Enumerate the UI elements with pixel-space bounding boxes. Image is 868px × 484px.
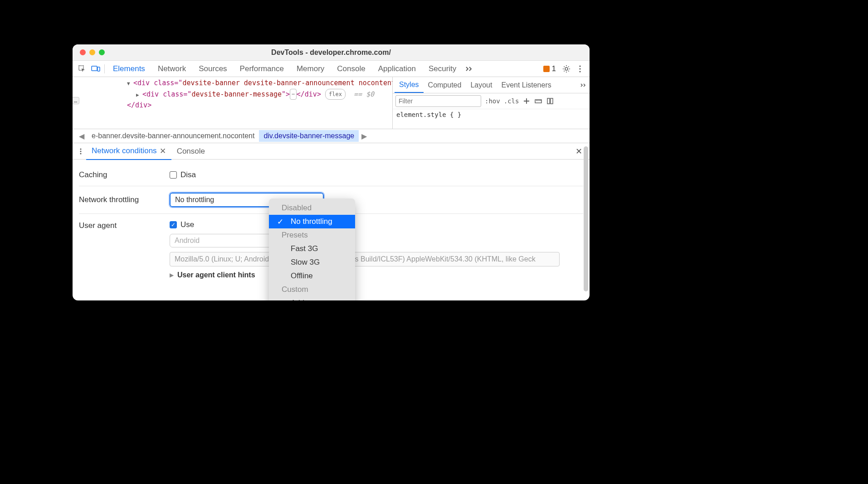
ua-string-input[interactable] <box>170 252 560 266</box>
element-style-block[interactable]: element.style { } <box>393 109 590 120</box>
disclosure-triangle-icon: ▶ <box>170 272 174 278</box>
tab-computed[interactable]: Computed <box>424 78 466 92</box>
tab-performance[interactable]: Performance <box>234 61 290 77</box>
drawer-tabs: Network conditions ✕ Console ✕ <box>73 143 590 160</box>
inspect-element-icon[interactable] <box>75 62 89 76</box>
ruler-icon[interactable] <box>534 97 542 105</box>
titlebar: DevTools - developer.chrome.com/ <box>73 44 590 61</box>
close-window-button[interactable] <box>80 49 86 55</box>
hov-toggle[interactable]: :hov <box>485 97 500 105</box>
dropdown-item-slow-3g[interactable]: Slow 3G <box>269 256 355 269</box>
dom-node[interactable]: ▶<div class="devsite-banner-message">⋯</… <box>127 89 392 100</box>
tab-styles[interactable]: Styles <box>395 77 424 93</box>
use-default-ua-checkbox[interactable]: ✓ <box>170 221 177 228</box>
svg-point-3 <box>565 68 568 70</box>
svg-point-12 <box>80 153 82 154</box>
breadcrumb: ◀ e-banner.devsite-banner-announcement.n… <box>73 129 590 143</box>
dropdown-item-fast-3g[interactable]: Fast 3G <box>269 242 355 256</box>
flex-editor-icon[interactable] <box>546 97 554 105</box>
dropdown-group-custom: Custom <box>269 283 355 296</box>
svg-rect-8 <box>547 98 550 104</box>
svg-point-10 <box>80 148 82 150</box>
svg-rect-9 <box>551 98 553 104</box>
caching-row: Caching Disa <box>79 164 583 186</box>
styles-toolbar: :hov .cls <box>393 93 590 109</box>
issues-badge[interactable]: 1 <box>540 64 560 73</box>
tab-network[interactable]: Network <box>151 61 192 77</box>
breadcrumb-next-icon[interactable]: ▶ <box>359 132 370 140</box>
elements-tree[interactable]: … ▼<div class="devsite-banner devsite-ba… <box>73 77 392 129</box>
tab-event-listeners[interactable]: Event Listeners <box>497 78 556 92</box>
dropdown-item-add[interactable]: Add… <box>269 296 355 300</box>
svg-rect-2 <box>98 67 100 71</box>
console-ref: == $0 <box>354 90 374 98</box>
caching-label: Caching <box>79 170 170 179</box>
drawer-tab-network-conditions[interactable]: Network conditions ✕ <box>86 143 171 160</box>
client-hints-label: User agent client hints <box>177 271 255 279</box>
flex-badge[interactable]: flex <box>325 89 346 100</box>
tab-sources[interactable]: Sources <box>192 61 233 77</box>
styles-filter-input[interactable] <box>395 95 481 107</box>
more-tabs-icon[interactable] <box>580 81 588 89</box>
user-agent-label: User agent <box>79 220 170 230</box>
drawer-close-icon[interactable]: ✕ <box>575 146 587 156</box>
use-default-ua-label: Use <box>180 220 194 229</box>
client-hints-row[interactable]: ▶ User agent client hints earn more <box>170 271 583 279</box>
toolbar-divider <box>104 64 105 73</box>
svg-point-6 <box>579 71 580 72</box>
dom-node[interactable]: </div> <box>127 100 392 110</box>
more-tabs-icon[interactable] <box>463 62 476 76</box>
tab-security[interactable]: Security <box>422 61 463 77</box>
disable-cache-checkbox[interactable] <box>170 171 177 179</box>
window-title: DevTools - developer.chrome.com/ <box>73 48 590 57</box>
tab-elements[interactable]: Elements <box>107 61 151 77</box>
overflow-indicator: … <box>73 97 79 104</box>
dom-node[interactable]: ▼<div class="devsite-banner devsite-bann… <box>127 78 392 89</box>
breadcrumb-prev-icon[interactable]: ◀ <box>76 132 87 140</box>
tab-layout[interactable]: Layout <box>466 78 497 92</box>
dropdown-group-disabled: Disabled <box>269 201 355 215</box>
svg-rect-1 <box>92 66 97 71</box>
svg-point-4 <box>579 65 580 67</box>
settings-icon[interactable] <box>560 62 573 76</box>
tab-application[interactable]: Application <box>372 61 422 77</box>
styles-tabs: Styles Computed Layout Event Listeners <box>393 77 590 93</box>
dropdown-group-presets: Presets <box>269 228 355 242</box>
kebab-menu-icon[interactable] <box>573 62 587 76</box>
drawer-tab-console[interactable]: Console <box>171 144 210 159</box>
dropdown-item-offline[interactable]: Offline <box>269 269 355 283</box>
main-split: … ▼<div class="devsite-banner devsite-ba… <box>73 77 590 129</box>
tab-memory[interactable]: Memory <box>290 61 331 77</box>
zoom-window-button[interactable] <box>99 49 105 55</box>
minimize-window-button[interactable] <box>89 49 95 55</box>
issues-count: 1 <box>552 64 556 73</box>
issue-icon <box>543 66 550 72</box>
traffic-lights <box>73 49 105 55</box>
cls-toggle[interactable]: .cls <box>504 97 519 105</box>
throttling-value: No throttling <box>175 196 214 204</box>
throttling-label: Network throttling <box>79 195 170 204</box>
dropdown-item-no-throttling[interactable]: No throttling <box>269 215 355 228</box>
new-rule-icon[interactable] <box>522 97 531 105</box>
throttling-dropdown: Disabled No throttling Presets Fast 3G S… <box>269 198 355 300</box>
breadcrumb-item[interactable]: e-banner.devsite-banner-announcement.noc… <box>87 130 259 142</box>
svg-point-5 <box>579 68 580 69</box>
ellipsis-icon[interactable]: ⋯ <box>290 89 297 100</box>
breadcrumb-item-selected[interactable]: div.devsite-banner-message <box>259 130 359 142</box>
svg-point-11 <box>80 150 82 152</box>
drawer-menu-icon[interactable] <box>75 148 86 155</box>
device-toolbar-icon[interactable] <box>89 62 102 76</box>
devtools-window: DevTools - developer.chrome.com/ Element… <box>73 44 590 300</box>
disable-cache-label: Disa <box>180 170 196 179</box>
styles-panel: Styles Computed Layout Event Listeners :… <box>392 77 590 129</box>
ua-preset-value: Android <box>175 237 200 245</box>
close-tab-icon[interactable]: ✕ <box>160 146 166 156</box>
tab-console[interactable]: Console <box>331 61 371 77</box>
main-toolbar: Elements Network Sources Performance Mem… <box>73 61 590 77</box>
